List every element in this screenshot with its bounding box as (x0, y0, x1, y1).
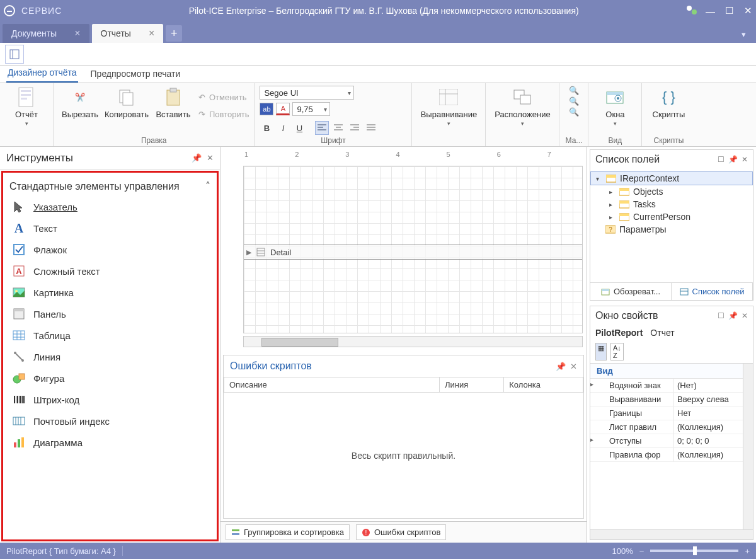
zoom-in-button[interactable]: + (745, 546, 750, 556)
expand-icon[interactable]: ▶ (246, 248, 251, 256)
property-row[interactable]: ▸Водяной знак(Нет) (590, 379, 753, 393)
fields-tree[interactable]: ▾IReportContext▸Objects▸Tasks▸CurrentPer… (590, 169, 753, 282)
property-row[interactable]: ▸Отступы0; 0; 0; 0 (590, 434, 753, 448)
scripts-button[interactable]: { } Скрипты (647, 86, 690, 120)
tool-item[interactable]: Картинка (3, 282, 217, 303)
tree-expand-icon[interactable]: ▸ (609, 201, 616, 208)
prop-expand-icon[interactable]: ▸ (590, 379, 598, 392)
tab-reports-close-icon[interactable]: × (149, 28, 154, 39)
pin-icon[interactable]: 📌 (192, 153, 202, 163)
property-row[interactable]: Правила фор(Коллекция) (590, 448, 753, 462)
tree-node[interactable]: ▸Objects (590, 185, 753, 198)
prop-expand-icon[interactable] (590, 393, 598, 406)
close-button[interactable]: ✕ (743, 5, 752, 16)
panel-layout-button[interactable] (5, 45, 24, 64)
align-center-button[interactable] (331, 121, 345, 135)
tool-item[interactable]: Почтовый индекс (3, 410, 217, 432)
minimize-button[interactable]: — (706, 6, 714, 16)
prop-expand-icon[interactable]: ▸ (590, 434, 598, 447)
align-left-button[interactable] (315, 121, 329, 135)
user-status-icon[interactable] (687, 6, 696, 16)
ribbon-tab-preview[interactable]: Предпросмотр печати (89, 65, 182, 83)
col-line[interactable]: Линия (440, 377, 504, 393)
script-errors-tab[interactable]: ! Ошибки скриптов (356, 524, 446, 540)
report-canvas[interactable]: 12345678 ▶ Detail (220, 147, 587, 352)
font-color-button[interactable]: A (276, 103, 290, 115)
panel-restore-icon[interactable]: ☐ (718, 155, 724, 164)
align-right-button[interactable] (348, 121, 362, 135)
copy-button[interactable]: Копировать (105, 86, 148, 120)
tool-item[interactable]: AСложный текст (3, 260, 217, 282)
paste-button[interactable]: Вставить (152, 86, 195, 120)
tool-item[interactable]: Панель (3, 303, 217, 325)
new-tab-button[interactable]: + (166, 25, 182, 42)
tool-item[interactable]: Флажок (3, 239, 217, 260)
fields-tab[interactable]: Список полей (672, 283, 753, 300)
selected-object[interactable]: PilotReport Отчет (590, 325, 753, 340)
zoom-slider[interactable] (650, 550, 738, 552)
tree-node[interactable]: ▸Tasks (590, 198, 753, 210)
property-grid[interactable]: Вид ▸Водяной знак(Нет)ВыравниваниВверху … (590, 363, 753, 529)
tool-item[interactable]: Диаграмма (3, 432, 217, 453)
tool-item[interactable]: Таблица (3, 325, 217, 346)
property-value[interactable]: (Нет) (673, 379, 753, 392)
tree-expand-icon[interactable]: ▸ (609, 214, 616, 221)
property-value[interactable]: (Коллекция) (673, 420, 753, 434)
redo-button[interactable]: ↷ Повторить (198, 109, 249, 120)
tab-reports[interactable]: Отчеты × (92, 24, 164, 43)
panel-close-icon[interactable]: ✕ (207, 153, 214, 163)
property-value[interactable]: 0; 0; 0; 0 (673, 434, 753, 447)
tab-documents-close-icon[interactable]: × (74, 28, 80, 39)
property-row[interactable]: Лист правил(Коллекция) (590, 420, 753, 434)
tool-item[interactable]: Фигура (3, 367, 217, 389)
tool-item[interactable]: Штрих-код (3, 389, 217, 410)
panel-close-icon[interactable]: ✕ (742, 311, 748, 320)
tab-documents[interactable]: Документы × (3, 24, 89, 43)
italic-button[interactable]: I (276, 121, 290, 135)
property-value[interactable]: Нет (673, 406, 753, 420)
prop-expand-icon[interactable] (590, 448, 598, 461)
horizontal-scrollbar[interactable] (243, 336, 583, 347)
report-menu-button[interactable]: Отчёт ▾ (5, 86, 48, 128)
property-hscroll[interactable] (590, 529, 753, 539)
zoom-out-button[interactable]: − (639, 546, 644, 556)
tree-expand-icon[interactable]: ▾ (596, 175, 602, 182)
pin-icon[interactable]: 📌 ✕ (556, 362, 577, 371)
explorer-tab[interactable]: Обозреват... (590, 283, 672, 300)
font-size-select[interactable]: 9,75 (292, 102, 330, 116)
highlight-color-button[interactable]: ab (260, 103, 273, 115)
tree-expand-icon[interactable]: ▸ (609, 188, 616, 195)
maximize-button[interactable]: ☐ (724, 5, 733, 16)
property-row[interactable]: ГраницыНет (590, 406, 753, 420)
panel-restore-icon[interactable]: ☐ (718, 311, 724, 320)
tree-node[interactable]: ▸CurrentPerson (590, 210, 753, 223)
tree-node[interactable]: ▾IReportContext (590, 171, 753, 185)
tool-item[interactable]: Указатель (3, 196, 217, 217)
zoom-in-icon[interactable]: 🔍 (569, 86, 579, 95)
col-description[interactable]: Описание (224, 377, 440, 393)
font-name-select[interactable]: Segoe UI (260, 86, 354, 100)
tree-node[interactable]: ?Параметры (590, 223, 753, 236)
prop-category[interactable]: Вид (590, 364, 753, 379)
property-value[interactable]: Вверху слева (673, 393, 753, 406)
service-menu[interactable]: СЕРВИС (21, 6, 62, 16)
tool-item[interactable]: Линия (3, 346, 217, 367)
bold-button[interactable]: B (260, 121, 273, 135)
prop-expand-icon[interactable] (590, 406, 598, 420)
windows-button[interactable]: Окна ▾ (593, 86, 636, 128)
property-row[interactable]: ВыравниваниВверху слева (590, 393, 753, 406)
categorized-button[interactable]: ▦ (595, 343, 607, 360)
alignment-button[interactable]: Выравнивание ▾ (417, 86, 480, 128)
undo-button[interactable]: ↶ Отменить (198, 92, 249, 103)
zoom-out-icon[interactable]: 🔍 (569, 96, 579, 106)
pin-icon[interactable]: 📌 (728, 311, 738, 320)
alphabetical-button[interactable]: A↓Z (610, 343, 624, 360)
prop-expand-icon[interactable] (590, 420, 598, 434)
ribbon-tab-designer[interactable]: Дизайнер отчёта (6, 64, 78, 83)
panel-close-icon[interactable]: ✕ (742, 155, 748, 164)
property-value[interactable]: (Коллекция) (673, 448, 753, 461)
detail-band[interactable]: ▶ Detail (244, 245, 582, 260)
underline-button[interactable]: U (292, 121, 306, 135)
pin-icon[interactable]: 📌 (728, 155, 738, 164)
col-column[interactable]: Колонка (504, 377, 583, 393)
